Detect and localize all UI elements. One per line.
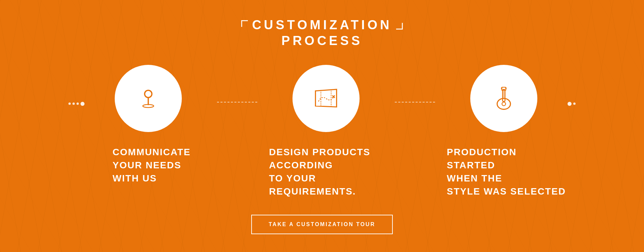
bracket-right-icon	[396, 23, 403, 30]
sub-title: PROCESS	[281, 34, 363, 48]
design-line2: ACCORDING	[269, 160, 333, 170]
svg-point-9	[505, 87, 507, 89]
left-connector	[68, 102, 85, 106]
step-communicate: COMMUNICATE YOUR NEEDS WITH US	[85, 65, 212, 185]
title-section: CUSTOMIZATION PROCESS	[241, 18, 402, 48]
design-text: DESIGN PRODUCTS ACCORDING TO YOUR REQUIR…	[262, 145, 390, 198]
dot	[76, 102, 79, 105]
dot-large	[80, 102, 85, 106]
production-line1: PRODUCTION STARTED	[447, 147, 517, 170]
dot	[573, 102, 576, 105]
design-line1: DESIGN PRODUCTS	[269, 147, 370, 157]
title-bracket-row: CUSTOMIZATION	[241, 18, 402, 32]
design-icon-circle	[292, 65, 360, 132]
steps-row: COMMUNICATE YOUR NEEDS WITH US	[0, 65, 644, 198]
communicate-line3: WITH US	[112, 173, 157, 183]
right-dots-group	[568, 102, 576, 106]
svg-point-10	[502, 102, 506, 106]
main-title: CUSTOMIZATION	[252, 18, 392, 32]
svg-point-0	[145, 90, 152, 97]
production-line3: STYLE WAS SELECTED	[447, 186, 566, 197]
middle-connector-1	[212, 102, 262, 102]
design-line3: TO YOUR REQUIREMENTS.	[269, 173, 356, 197]
communicate-line2: YOUR NEEDS	[112, 160, 181, 170]
dot	[72, 102, 75, 105]
main-content: CUSTOMIZATION PROCESS	[0, 18, 644, 235]
dot-large	[568, 102, 572, 106]
left-dots-group	[68, 102, 85, 106]
cta-button[interactable]: TAKE A CUSTOMIZATION TOUR	[251, 215, 393, 234]
step-design: DESIGN PRODUCTS ACCORDING TO YOUR REQUIR…	[262, 65, 390, 198]
production-icon-circle	[470, 65, 537, 132]
dashed-line-2	[395, 102, 435, 102]
production-text: PRODUCTION STARTED WHEN THE STYLE WAS SE…	[440, 145, 568, 198]
communicate-icon-circle	[115, 65, 182, 132]
right-connector	[568, 102, 576, 106]
location-pin-icon	[133, 83, 163, 114]
guitar-icon	[489, 83, 519, 114]
communicate-line1: COMMUNICATE	[112, 147, 191, 157]
production-line2: WHEN THE	[447, 173, 502, 183]
map-icon	[311, 83, 341, 114]
dot	[68, 102, 71, 105]
dashed-line-1	[217, 102, 257, 102]
bracket-left-icon	[241, 20, 248, 27]
communicate-text: COMMUNICATE YOUR NEEDS WITH US	[106, 145, 191, 185]
step-production: PRODUCTION STARTED WHEN THE STYLE WAS SE…	[440, 65, 568, 198]
svg-point-8	[501, 87, 502, 89]
page-wrapper: CUSTOMIZATION PROCESS	[0, 0, 644, 252]
svg-point-5	[497, 98, 511, 109]
middle-connector-2	[390, 102, 440, 102]
